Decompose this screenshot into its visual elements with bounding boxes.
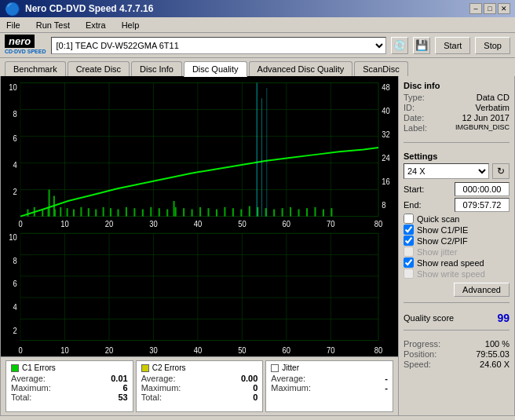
c2-average-label: Average: [141,374,176,383]
c1-average-value: 0.01 [111,374,127,383]
svg-rect-73 [314,207,316,217]
speed-label: Speed: [404,360,431,369]
menu-extra[interactable]: Extra [82,20,109,31]
minimize-button[interactable]: – [469,3,482,14]
start-input[interactable] [455,182,510,196]
show-read-speed-checkbox[interactable] [404,257,414,268]
show-c2-pif-checkbox[interactable] [404,236,414,246]
svg-rect-54 [159,208,160,216]
svg-text:4: 4 [13,159,17,170]
jitter-average-label: Average: [271,374,305,383]
window-controls: – □ ✕ [469,3,510,14]
tab-benchmark[interactable]: Benchmark [5,61,66,76]
svg-rect-49 [117,209,119,216]
c1-color-box [11,364,19,372]
show-write-speed-label: Show write speed [417,269,485,279]
eject-icon[interactable]: 💿 [391,37,408,54]
quick-scan-row: Quick scan [404,214,510,224]
svg-text:24: 24 [382,152,390,163]
start-button[interactable]: Start [435,37,470,54]
svg-rect-36 [27,209,28,216]
tab-create-disc[interactable]: Create Disc [68,61,130,76]
svg-rect-61 [216,209,217,216]
svg-rect-76 [49,190,50,217]
svg-rect-56 [175,207,177,217]
tab-scan-disc[interactable]: ScanDisc [354,61,407,76]
position-label: Position: [404,349,436,359]
svg-text:8: 8 [382,199,385,210]
tab-advanced-disc-quality[interactable]: Advanced Disc Quality [249,61,353,76]
stop-button[interactable]: Stop [475,37,510,54]
svg-rect-78 [173,201,175,217]
svg-text:40: 40 [382,105,390,115]
right-panel: Disc info Type: Data CD ID: Verbatim Dat… [398,76,514,415]
advanced-button[interactable]: Advanced [454,283,510,297]
show-write-speed-row: Show write speed [404,268,510,279]
svg-text:30: 30 [149,218,158,227]
c2-total-value: 0 [253,393,258,402]
nero-logo: nero CD·DVD SPEED [5,36,46,55]
show-c2-pif-label: Show C2/PIF [417,236,468,246]
svg-text:80: 80 [374,345,383,355]
chart1: 10 8 6 4 2 48 40 32 24 16 8 [2,78,396,227]
menu-file[interactable]: File [3,20,24,31]
speed-select[interactable]: 24 X [404,163,489,179]
svg-rect-50 [126,207,127,217]
svg-text:0: 0 [18,218,22,227]
svg-rect-45 [88,208,89,216]
svg-text:10: 10 [9,82,17,92]
svg-text:16: 16 [382,176,390,186]
save-icon[interactable]: 💾 [413,37,430,54]
c1-total-value: 53 [118,393,127,402]
maximize-button[interactable]: □ [484,3,496,14]
menu-run-test[interactable]: Run Test [33,20,73,31]
disc-date-label: Date: [404,113,424,122]
c1-stat-group: C1 Errors Average: 0.01 Maximum: 6 Total… [5,360,133,412]
progress-label: Progress: [404,339,440,349]
svg-text:50: 50 [238,345,247,355]
chart2: 10 8 6 4 2 [2,228,396,355]
show-c2-pif-row: Show C2/PIF [404,236,510,246]
svg-rect-41 [60,207,61,217]
svg-rect-12 [20,83,378,217]
jitter-maximum-label: Maximum: [271,383,311,393]
quality-score-label: Quality score [404,313,454,323]
disc-label-value: IMGBURN_DISC [455,123,510,133]
disc-id-value: Verbatim [476,103,510,112]
end-input[interactable] [455,198,510,212]
svg-rect-74 [323,209,324,216]
start-time-row: Start: [404,182,510,196]
speed-value: 24.60 X [480,360,510,369]
end-label: End: [404,200,422,210]
svg-text:40: 40 [194,345,203,355]
quality-score-value: 99 [497,312,510,324]
jitter-average-value: - [385,374,388,383]
drive-select[interactable]: [0:1] TEAC DV-W522GMA 6T11 [51,37,387,54]
svg-rect-53 [150,207,152,217]
divider-3 [404,330,510,331]
quick-scan-checkbox[interactable] [404,214,414,224]
close-button[interactable]: ✕ [498,3,510,14]
show-write-speed-checkbox[interactable] [404,268,414,279]
svg-rect-58 [192,209,193,216]
c1-label: C1 Errors [22,363,56,372]
tab-disc-quality[interactable]: Disc Quality [184,61,247,77]
show-read-speed-row: Show read speed [404,257,510,268]
jitter-maximum-value: - [385,383,388,393]
show-c1-pie-checkbox[interactable] [404,225,414,235]
disc-type-label: Type: [404,93,425,102]
tab-bar: Benchmark Create Disc Disc Info Disc Qua… [0,58,515,76]
svg-text:8: 8 [13,108,17,119]
disc-type-value: Data CD [477,93,510,102]
menu-help[interactable]: Help [119,20,143,31]
c2-color-box [141,364,149,372]
show-c1-pie-label: Show C1/PIE [417,225,468,235]
svg-rect-63 [232,208,234,216]
jitter-stat-group: Jitter Average: - Maximum: - [265,360,393,412]
show-jitter-checkbox[interactable] [404,247,414,257]
refresh-button[interactable]: ↻ [492,163,510,179]
position-value: 79:55.03 [476,349,510,359]
quality-score-row: Quality score 99 [404,312,510,324]
tab-disc-info[interactable]: Disc Info [131,61,182,76]
title-bar: 🔵 Nero CD-DVD Speed 4.7.7.16 – □ ✕ [0,0,515,17]
